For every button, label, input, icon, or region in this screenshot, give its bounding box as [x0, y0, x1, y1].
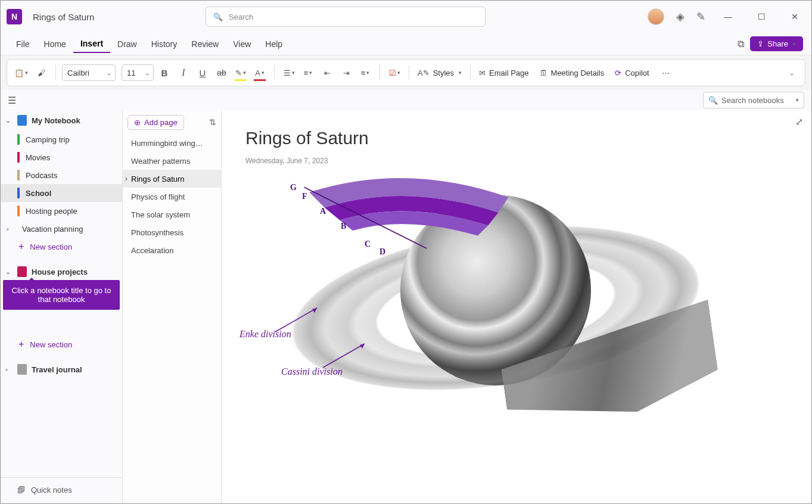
menu-draw[interactable]: Draw [110, 36, 144, 52]
ring-label-f: F [302, 192, 307, 201]
page-canvas[interactable]: ⤢ Rings of Saturn Wednesday, June 7, 202… [222, 110, 811, 504]
underline-button[interactable]: U [194, 64, 211, 82]
font-size-select[interactable]: 11 [122, 64, 154, 81]
menubar: File Home Insert Draw History Review Vie… [1, 33, 811, 55]
onboarding-tooltip: Click a notebook title to go to that not… [3, 280, 120, 310]
hamburger-icon[interactable]: ☰ [8, 95, 16, 106]
ribbon-collapse-button[interactable]: ⌄ [783, 64, 800, 82]
menu-review[interactable]: Review [184, 36, 226, 52]
menu-insert[interactable]: Insert [73, 35, 110, 53]
ring-label-b: B [341, 222, 346, 231]
section-camping-trip[interactable]: Camping trip [1, 130, 122, 148]
ribbon: 📋▾ 🖌 Cailbri 11 B I U ab ✎▾ A▾ ☰▾ ≡▾ ⇤ ⇥… [7, 59, 805, 86]
ring-label-a: A [320, 207, 326, 216]
font-color-button[interactable]: A▾ [251, 64, 268, 82]
copilot-button[interactable]: ⟳Copilot [612, 64, 655, 82]
menu-view[interactable]: View [226, 36, 258, 52]
search-box[interactable]: 🔍 Search [206, 7, 486, 27]
svg-line-1 [275, 308, 317, 332]
share-icon: ⇪ [757, 39, 764, 48]
ring-label-c: C [365, 239, 371, 249]
saturn-illustration: G F A B C D Enke division Cassini divisi… [245, 177, 722, 427]
menu-history[interactable]: History [144, 36, 185, 52]
new-section-button-2[interactable]: +New section [1, 335, 122, 353]
close-button[interactable]: ✕ [784, 8, 805, 25]
svg-line-3 [323, 344, 365, 368]
quicknotes-icon: 🗐 [17, 486, 25, 494]
share-button[interactable]: ⇪ Share ▾ [750, 36, 803, 51]
section-movies[interactable]: Movies [1, 148, 122, 166]
titlebar: N Rings of Saturn 🔍 Search ◈ ✎ — ☐ ✕ [1, 1, 811, 33]
page-date: Wednesday, June 7, 2023 [245, 157, 788, 165]
italic-button[interactable]: I [175, 64, 192, 82]
page-item[interactable]: Physics of flight [123, 188, 221, 206]
app-icon: N [7, 9, 22, 24]
menu-home[interactable]: Home [37, 36, 73, 52]
strikethrough-button[interactable]: ab [213, 64, 230, 82]
page-item[interactable]: The solar system [123, 206, 221, 223]
bullet-list-button[interactable]: ☰▾ [281, 64, 297, 82]
search-placeholder: Search [229, 13, 253, 21]
more-button[interactable]: ⋯ [658, 64, 674, 82]
maximize-button[interactable]: ☐ [751, 8, 772, 25]
notebook-icon [17, 115, 27, 126]
section-hosting-people[interactable]: Hosting people [1, 202, 122, 220]
email-page-button[interactable]: ✉Email Page [477, 64, 534, 82]
page-item[interactable]: Weather patterns [123, 152, 221, 170]
ring-label-g: G [290, 183, 297, 192]
chevron-down-icon: ⌄ [5, 268, 13, 276]
expand-icon[interactable]: ⤢ [795, 116, 803, 127]
page-item[interactable]: Hummingbird wing… [123, 134, 221, 152]
section-podcasts[interactable]: Podcasts [1, 166, 122, 184]
chevron-down-icon: ⌄ [5, 117, 13, 125]
notebook-header-travel-journal[interactable]: › Travel journal [1, 359, 122, 379]
add-page-icon: ⊕ [134, 118, 141, 127]
minimize-button[interactable]: — [717, 8, 739, 25]
doc-title: Rings of Saturn [33, 12, 200, 22]
pen-icon[interactable]: ✎ [696, 10, 705, 23]
format-painter-button[interactable]: 🖌 [33, 64, 49, 82]
align-button[interactable]: ≡▾ [357, 64, 374, 82]
notebook-sidebar: ⌄ My Notebook Camping trip Movies Podcas… [1, 110, 123, 504]
chevron-down-icon: ▾ [793, 41, 796, 47]
menu-help[interactable]: Help [258, 36, 290, 52]
quick-notes-button[interactable]: 🗐 Quick notes [1, 477, 122, 502]
annotation-enke: Enke division [239, 329, 291, 340]
font-family-select[interactable]: Cailbri [62, 64, 116, 81]
meeting-details-button[interactable]: 🗓Meeting Details [537, 64, 611, 82]
plus-icon: + [18, 339, 24, 350]
chevron-down-icon: ▾ [796, 97, 799, 103]
notebook-icon [17, 266, 27, 277]
outdent-button[interactable]: ⇤ [319, 64, 335, 82]
search-icon: 🔍 [213, 13, 223, 21]
notebook-search[interactable]: 🔍 Search notebooks ▾ [703, 92, 804, 108]
page-title[interactable]: Rings of Saturn [245, 128, 788, 148]
new-section-button[interactable]: +New section [1, 238, 122, 256]
chevron-right-icon: › [5, 366, 13, 373]
notebook-icon [17, 364, 27, 375]
styles-button[interactable]: A✎Styles▾ [415, 64, 464, 82]
secondary-bar: ☰ 🔍 Search notebooks ▾ [1, 90, 811, 110]
tag-button[interactable]: ☑▾ [386, 64, 403, 82]
numbered-list-button[interactable]: ≡▾ [300, 64, 316, 82]
page-list: ⊕ Add page ⇅ Hummingbird wing… Weather p… [123, 110, 222, 504]
notebook-header-my-notebook[interactable]: ⌄ My Notebook [1, 110, 122, 130]
bold-button[interactable]: B [156, 64, 173, 82]
section-school[interactable]: School [1, 184, 122, 202]
premium-icon[interactable]: ◈ [676, 10, 685, 23]
menu-file[interactable]: File [9, 36, 37, 52]
add-page-button[interactable]: ⊕ Add page [127, 115, 184, 130]
sort-pages-button[interactable]: ⇅ [209, 117, 216, 127]
open-in-app-icon[interactable]: ⧉ [738, 39, 744, 49]
page-item[interactable]: Accelaration [123, 241, 221, 259]
highlight-button[interactable]: ✎▾ [232, 64, 249, 82]
paste-button[interactable]: 📋▾ [12, 64, 30, 82]
section-vacation-planning[interactable]: ›Vacation planning [1, 220, 122, 238]
indent-button[interactable]: ⇥ [338, 64, 354, 82]
page-item[interactable]: Photosynthesis [123, 223, 221, 241]
user-avatar[interactable] [648, 8, 664, 25]
ring-label-d: D [379, 247, 385, 257]
page-item[interactable]: Rings of Saturn [123, 170, 221, 188]
annotation-cassini: Cassini division [281, 366, 343, 377]
notebook-header-house-projects[interactable]: ⌄ House projects [1, 262, 122, 282]
